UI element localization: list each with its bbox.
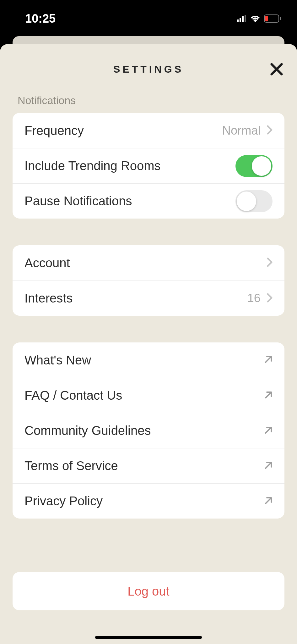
toggle-knob — [252, 156, 271, 176]
svg-rect-3 — [245, 15, 246, 22]
cellular-signal-icon — [237, 15, 246, 22]
pause-notifications-toggle[interactable] — [235, 190, 273, 212]
interests-right: 16 — [247, 291, 273, 305]
external-link-icon — [264, 355, 273, 365]
terms-of-service-label: Terms of Service — [24, 459, 118, 473]
frequency-right: Normal — [222, 124, 273, 137]
account-right — [267, 258, 273, 268]
external-link-icon — [264, 461, 273, 471]
interests-label: Interests — [24, 291, 73, 305]
community-guidelines-label: Community Guidelines — [24, 424, 151, 438]
status-icons — [237, 14, 281, 23]
privacy-policy-label: Privacy Policy — [24, 494, 103, 508]
account-label: Account — [24, 256, 70, 270]
svg-rect-1 — [240, 18, 241, 22]
modal-header: SETTINGS — [13, 44, 284, 94]
svg-rect-6 — [280, 17, 281, 20]
logout-label: Log out — [127, 584, 169, 598]
frequency-label: Frequency — [24, 124, 84, 138]
close-button[interactable] — [269, 61, 284, 77]
external-link-icon — [264, 426, 273, 436]
pause-notifications-row: Pause Notifications — [13, 183, 284, 219]
chevron-right-icon — [267, 125, 273, 136]
svg-rect-2 — [242, 16, 244, 22]
interests-value: 16 — [247, 291, 261, 305]
account-row[interactable]: Account — [13, 245, 284, 280]
logout-card: Log out — [13, 572, 284, 610]
account-card: Account Interests 16 — [13, 245, 284, 316]
status-time: 10:25 — [25, 12, 56, 25]
toggle-knob — [237, 192, 256, 211]
frequency-row[interactable]: Frequency Normal — [13, 113, 284, 148]
notifications-card: Frequency Normal Include Trending Rooms … — [13, 113, 284, 219]
settings-modal: SETTINGS Notifications Frequency Normal … — [0, 44, 297, 644]
svg-rect-0 — [237, 19, 239, 22]
wifi-icon — [250, 15, 260, 22]
svg-rect-5 — [265, 16, 268, 21]
terms-of-service-row[interactable]: Terms of Service — [13, 448, 284, 483]
interests-row[interactable]: Interests 16 — [13, 280, 284, 316]
battery-low-icon — [264, 14, 281, 23]
trending-rooms-label: Include Trending Rooms — [24, 159, 161, 173]
section-header-notifications: Notifications — [13, 94, 284, 107]
privacy-policy-row[interactable]: Privacy Policy — [13, 483, 284, 519]
trending-rooms-toggle[interactable] — [235, 155, 273, 177]
chevron-right-icon — [267, 293, 273, 304]
chevron-right-icon — [267, 258, 273, 268]
faq-label: FAQ / Contact Us — [24, 388, 122, 402]
page-title: SETTINGS — [113, 64, 184, 75]
status-bar: 10:25 — [0, 0, 297, 37]
frequency-value: Normal — [222, 124, 261, 137]
whats-new-label: What's New — [24, 353, 91, 367]
logout-button[interactable]: Log out — [13, 572, 284, 610]
home-indicator[interactable] — [95, 636, 202, 639]
close-icon — [270, 62, 284, 76]
pause-notifications-label: Pause Notifications — [24, 194, 132, 208]
external-link-icon — [264, 497, 273, 506]
trending-rooms-row: Include Trending Rooms — [13, 148, 284, 183]
community-guidelines-row[interactable]: Community Guidelines — [13, 413, 284, 448]
whats-new-row[interactable]: What's New — [13, 342, 284, 378]
external-link-icon — [264, 391, 273, 400]
faq-row[interactable]: FAQ / Contact Us — [13, 378, 284, 413]
links-card: What's New FAQ / Contact Us Community Gu… — [13, 342, 284, 519]
